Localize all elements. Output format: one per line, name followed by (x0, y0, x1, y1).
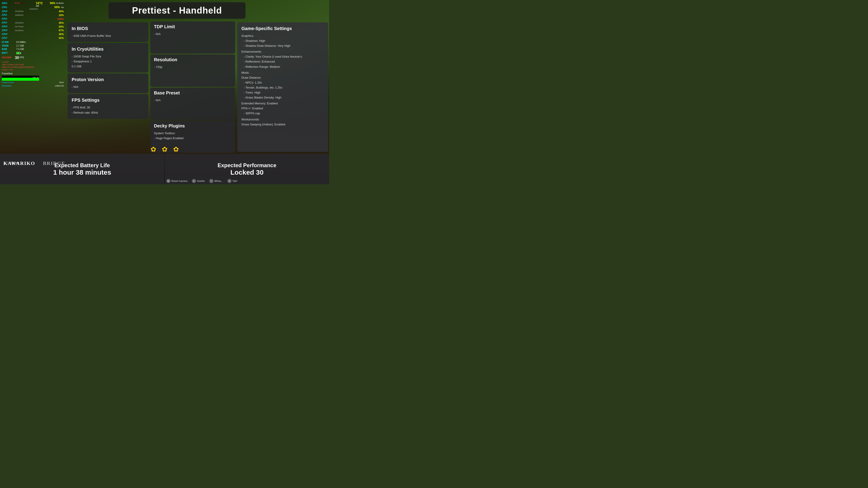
hud-cpu1-label: CPU¹ (2, 13, 14, 17)
hud-cpu5-pct: 67% (59, 29, 64, 32)
tdp-panel: TDP Limit - N/A (150, 22, 235, 54)
tdp-item-0: - N/A (154, 32, 231, 37)
hud-batt-row: BATT (2, 51, 64, 55)
hud-io-row: IO RW 0.0 MiB/s (2, 41, 64, 44)
performance-title: Expected Performance (217, 162, 276, 168)
draw-distance-1: - Terrain, Buildings, etc: 1.25x (241, 85, 324, 90)
hud-gpu-row: GPU ♥ ♥ ♥ ♥ ♥ ♥ 56% 813MHz (2, 1, 64, 5)
draw-distance-label: Draw Distance: (241, 75, 324, 80)
hud-cpu0-pct: 40% (59, 10, 64, 13)
heart-5: ♥ (22, 2, 23, 5)
fpspp: FPS++: Enabled (241, 106, 324, 111)
sun-icon-1: ✿ (151, 145, 156, 153)
hud-frametime-label: Frametime (2, 72, 64, 75)
cryo-item-1: - Swappiness 1 (72, 59, 144, 64)
heart-1: ♥ (15, 2, 16, 5)
hud-batt-label: BATT (2, 52, 16, 55)
hud-frame-count-label: Frame Count (2, 81, 14, 84)
hud-cpu7-row: CPU⁷ 52% (2, 36, 64, 40)
proton-panel: Proton Version - N/A (68, 73, 148, 93)
hud-vram-row: VRAM 1.7 GiB (2, 44, 64, 48)
cryo-item-0: - 16GB Swap File Size (72, 54, 144, 59)
btn-zl-icon: ZL (166, 179, 170, 183)
hud-ram-val: 7.4 GiB (16, 48, 24, 51)
hud-resolution-label: Resolution (2, 85, 11, 88)
title-panel: Prettiest - Handheld (108, 2, 246, 19)
hud-proton-ver: Proton 7.0-5 (2, 69, 64, 71)
battery-value: 1 hour 38 minutes (53, 168, 111, 176)
grass-swaying: Grass Swaying (Vulkan): Enabled (241, 122, 324, 127)
hud-gpu-label: GPU (2, 2, 14, 5)
hud-cpu2-pct: 100% (57, 18, 64, 21)
mods-label: Mods: (241, 70, 324, 75)
heart-2: ♥ (17, 2, 18, 5)
draw-distance-0: - NPCs: 1.25x (241, 80, 324, 85)
btn-a-icon: A (227, 179, 231, 183)
cryo-panel-title: In CryoUtilities (72, 46, 144, 52)
draw-distance-3: - Grass Blades Density: High (241, 95, 324, 100)
heart-3: ♥ (18, 2, 20, 5)
hud-gpu-mhz: 813MHz (56, 2, 64, 5)
hud-freq-3498: 3498MHz (29, 8, 38, 11)
hud-vulkan-ver: 1.3.224 (2, 61, 64, 64)
center-settings-panels: TDP Limit - N/A Resolution - 720p Base P… (150, 22, 235, 153)
workarounds-label: Workarounds: (241, 117, 324, 122)
hud-cpu-pct: 50% (54, 5, 60, 9)
cryo-panel: In CryoUtilities - 16GB Swap File Size -… (68, 43, 148, 72)
resolution-item-0: - 720p (154, 65, 231, 70)
hud-cpu5-freq: 3224MHz (15, 29, 24, 32)
hud-mesa-ver: Mesa 22.2.0-devel (git-fec9285634) (2, 66, 64, 69)
hud-cpu0-label: CPU⁰ (2, 10, 14, 13)
hud-hearts: ♥ ♥ ♥ ♥ ♥ ♥ (15, 2, 24, 5)
hud-cpu6-row: CPU⁶ 36% (2, 33, 64, 36)
base-preset-panel-title: Base Preset (154, 90, 231, 96)
tdp-panel-title: TDP Limit (154, 24, 231, 29)
hud-cpu-w: 7W (61, 6, 64, 9)
fps-panel-title: FPS Settings (72, 98, 144, 103)
resolution-panel: Resolution - 720p (150, 55, 235, 87)
hud-cpu3-row: CPU³ 3464MHz 45% (2, 21, 64, 25)
extended-memory: Extended Memory: Enabled (241, 101, 324, 106)
batt-icon (16, 51, 21, 55)
left-settings-panel: In BIOS - 4GB UMA Frame Buffer Size In C… (67, 22, 149, 153)
heart-4: ♥ (20, 2, 21, 5)
bios-panel-title: In BIOS (72, 26, 144, 31)
decky-item-0: - Huge Pages Enabled (154, 136, 231, 141)
enhancements-item-1: - Reflections: Enhanced (241, 59, 324, 64)
hud-cpu7-pct: 52% (59, 36, 64, 40)
hud-watt: 2W (36, 4, 39, 8)
bios-item-0: - 4GB UMA Frame Buffer Size (72, 33, 144, 38)
btn-soothe-label: Soothe (197, 180, 205, 182)
hud-gpu-pct: 56% (50, 1, 55, 5)
btn-yah[interactable]: A Yah! (227, 179, 237, 183)
hud-fps-label: FPS (20, 56, 24, 59)
heart-6: ♥ (23, 2, 24, 5)
fps-panel: FPS Settings - FPS limit: 30 - Refresh r… (68, 94, 148, 119)
hud-cpu1-freq: 3498MHz (15, 14, 24, 17)
proton-panel-title: Proton Version (72, 77, 144, 82)
hud-io-label: IO RW (2, 41, 16, 44)
bridge-text: Bridge (43, 160, 65, 166)
btn-whoa[interactable]: ♪ Whoa... (209, 179, 223, 183)
hud-ram-row: RAM 7.4 GiB (2, 48, 64, 51)
hud-vulkan-info: 1.3.224 AMD Custom GPU 0405 Mesa 22.2.0-… (2, 61, 64, 71)
hud-vram-label: VRAM (2, 44, 16, 48)
graphics-item-1: - Shadow Draw Distance: Very High (241, 43, 324, 48)
fpspp-cap: - 30FPS cap (241, 111, 324, 116)
btn-reset-camera[interactable]: ZL Reset Camera (166, 179, 187, 183)
graphics-label: Graphics: (241, 33, 324, 38)
hud-vulkan-label: VULKAN (2, 56, 14, 59)
enhancements-label: Enhancements: (241, 49, 324, 54)
btn-whoa-icon: ♪ (209, 179, 213, 183)
hud-cpu0-freq: 3418MHz (15, 10, 24, 13)
proton-item-0: - N/A (72, 85, 144, 90)
hud-cpu6-label: CPU⁶ (2, 33, 14, 36)
hud-cpu3-freq: 3464MHz (15, 22, 24, 24)
cryo-item-2: 0.1 GiB (72, 64, 144, 69)
base-preset-panel: Base Preset - N/A (150, 88, 235, 120)
sun-decoration-row: ✿ ✿ ✿ (151, 145, 179, 153)
hud-cpu5-row: CPU⁵ 3224MHz 67% (2, 29, 64, 32)
btn-soothe[interactable]: L Soothe (192, 179, 205, 183)
hud-resolution-row: Resolution 1280x720 (2, 85, 64, 88)
decky-panel-title: Decky Plugins (154, 123, 231, 129)
